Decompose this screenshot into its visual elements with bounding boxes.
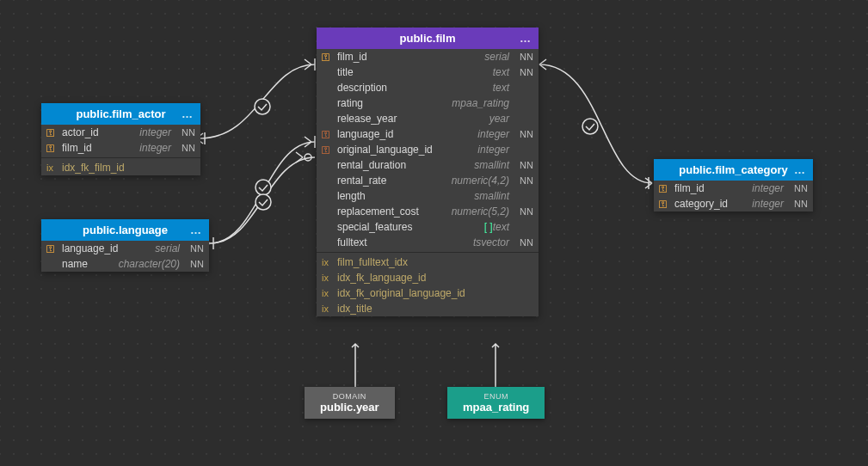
column-name: language_id bbox=[62, 242, 155, 254]
columns-list: film_idserialNN titletextNN descriptiont… bbox=[317, 49, 539, 250]
column-name: fulltext bbox=[337, 236, 473, 248]
column-row[interactable]: category_idintegerNN bbox=[654, 196, 813, 212]
column-row[interactable]: titletextNN bbox=[317, 64, 539, 80]
column-row[interactable]: actor_idintegerNN bbox=[41, 125, 200, 140]
column-row[interactable]: rental_durationsmallintNN bbox=[317, 157, 539, 173]
index-row[interactable]: ixidx_fk_original_language_id bbox=[317, 285, 539, 301]
array-indicator: [ ] bbox=[484, 221, 493, 233]
column-nn: NN bbox=[178, 143, 195, 153]
entity-header[interactable]: public.film_category … bbox=[654, 159, 813, 181]
column-name: film_id bbox=[337, 51, 484, 63]
type-box-enum[interactable]: ENUM mpaa_rating bbox=[447, 387, 545, 419]
pk-icon bbox=[659, 199, 674, 209]
index-row[interactable]: ixidx_title bbox=[317, 301, 539, 316]
entity-title: public.film_category bbox=[679, 163, 787, 176]
column-row[interactable]: rental_ratenumeric(4,2)NN bbox=[317, 173, 539, 188]
column-name: rating bbox=[337, 97, 452, 109]
column-nn: NN bbox=[516, 175, 533, 186]
entity-menu-icon[interactable]: … bbox=[182, 107, 194, 120]
column-type: tsvector bbox=[473, 236, 509, 248]
columns-list: language_idserialNN namecharacter(20)NN bbox=[41, 241, 209, 272]
divider bbox=[317, 252, 539, 253]
column-name: category_id bbox=[674, 198, 752, 210]
column-nn: NN bbox=[516, 206, 533, 217]
type-name: mpaa_rating bbox=[463, 401, 529, 414]
column-type: character(20) bbox=[119, 258, 180, 270]
index-row[interactable]: ixidx_fk_language_id bbox=[317, 270, 539, 285]
column-type: integer bbox=[752, 182, 784, 194]
entity-header[interactable]: public.language … bbox=[41, 219, 209, 241]
index-icon: ix bbox=[322, 257, 337, 267]
pk-icon bbox=[46, 244, 62, 254]
column-nn: NN bbox=[178, 127, 195, 138]
column-type: text bbox=[493, 221, 509, 233]
column-row[interactable]: descriptiontext bbox=[317, 80, 539, 95]
type-box-domain[interactable]: DOMAIN public.year bbox=[305, 387, 395, 419]
column-row[interactable]: lengthsmallint bbox=[317, 188, 539, 204]
entity-header[interactable]: public.film … bbox=[317, 28, 539, 49]
entity-film[interactable]: public.film … film_idserialNN titletextN… bbox=[317, 28, 539, 316]
column-name: rental_duration bbox=[337, 159, 474, 171]
column-row[interactable]: fulltexttsvectorNN bbox=[317, 235, 539, 250]
column-row[interactable]: ratingmpaa_rating bbox=[317, 95, 539, 111]
column-type: integer bbox=[477, 144, 509, 156]
column-type: integer bbox=[139, 126, 171, 138]
column-nn: NN bbox=[187, 243, 204, 254]
column-nn: NN bbox=[791, 183, 808, 193]
entity-film-category[interactable]: public.film_category … film_idintegerNN … bbox=[654, 159, 813, 212]
column-nn: NN bbox=[516, 160, 533, 170]
columns-list: film_idintegerNN category_idintegerNN bbox=[654, 181, 813, 212]
column-type: integer bbox=[752, 198, 784, 210]
svg-point-0 bbox=[255, 99, 270, 114]
index-row[interactable]: ixfilm_fulltext_idx bbox=[317, 254, 539, 270]
column-row[interactable]: special_features[ ]text bbox=[317, 219, 539, 235]
svg-point-2 bbox=[255, 194, 271, 210]
entity-header[interactable]: public.film_actor … bbox=[41, 103, 200, 125]
entity-title: public.film bbox=[400, 32, 456, 45]
column-row[interactable]: film_idserialNN bbox=[317, 49, 539, 64]
divider bbox=[41, 157, 200, 158]
column-type: numeric(4,2) bbox=[452, 175, 509, 187]
entity-language[interactable]: public.language … language_idserialNN na… bbox=[41, 219, 209, 272]
column-name: film_id bbox=[62, 142, 139, 154]
column-name: film_id bbox=[674, 182, 752, 194]
column-name: original_language_id bbox=[337, 144, 477, 156]
fk-icon bbox=[322, 145, 337, 155]
column-row[interactable]: language_idserialNN bbox=[41, 241, 209, 256]
pk-icon bbox=[659, 184, 674, 193]
column-row[interactable]: namecharacter(20)NN bbox=[41, 256, 209, 272]
entity-title: public.film_actor bbox=[76, 107, 165, 120]
column-nn: NN bbox=[791, 199, 808, 209]
column-row[interactable]: release_yearyear bbox=[317, 111, 539, 126]
column-type: smallint bbox=[474, 190, 509, 202]
entity-menu-icon[interactable]: … bbox=[794, 163, 806, 176]
column-nn: NN bbox=[516, 129, 533, 139]
column-row[interactable]: original_language_idinteger bbox=[317, 142, 539, 157]
svg-point-1 bbox=[255, 180, 271, 195]
column-row[interactable]: film_idintegerNN bbox=[41, 140, 200, 156]
column-nn: NN bbox=[187, 259, 204, 269]
entity-film-actor[interactable]: public.film_actor … actor_idintegerNN fi… bbox=[41, 103, 200, 175]
column-type: serial bbox=[484, 51, 509, 63]
svg-point-4 bbox=[582, 119, 598, 134]
column-row[interactable]: replacement_costnumeric(5,2)NN bbox=[317, 204, 539, 219]
column-name: length bbox=[337, 190, 474, 202]
column-name: language_id bbox=[337, 128, 477, 140]
index-row[interactable]: ixidx_fk_film_id bbox=[41, 160, 200, 175]
entity-menu-icon[interactable]: … bbox=[520, 32, 532, 45]
index-icon: ix bbox=[322, 304, 337, 314]
column-row[interactable]: language_idintegerNN bbox=[317, 126, 539, 142]
entity-title: public.language bbox=[83, 224, 168, 236]
column-name: replacement_cost bbox=[337, 205, 452, 218]
column-nn: NN bbox=[516, 67, 533, 77]
index-icon: ix bbox=[46, 162, 62, 173]
column-row[interactable]: film_idintegerNN bbox=[654, 181, 813, 196]
entity-menu-icon[interactable]: … bbox=[190, 224, 202, 236]
svg-point-3 bbox=[305, 154, 311, 161]
column-name: description bbox=[337, 82, 493, 94]
index-name: idx_title bbox=[337, 303, 372, 315]
column-nn: NN bbox=[516, 52, 533, 62]
index-icon: ix bbox=[322, 288, 337, 298]
index-icon: ix bbox=[322, 273, 337, 283]
column-name: special_features bbox=[337, 221, 484, 233]
